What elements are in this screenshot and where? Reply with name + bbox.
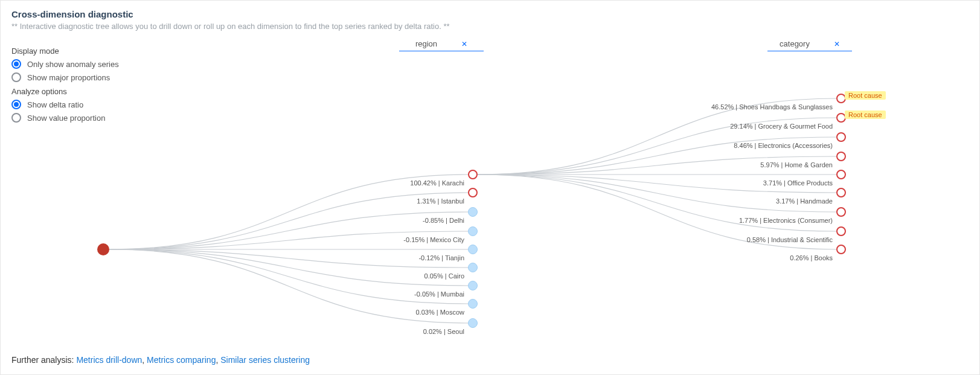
- tree-category-node[interactable]: [836, 152, 846, 161]
- tree-category-node[interactable]: [836, 132, 846, 142]
- tree-region-node[interactable]: [468, 170, 478, 179]
- display-mode-option[interactable]: Show major proportions: [11, 72, 168, 82]
- display-mode-option[interactable]: Only show anomaly series: [11, 59, 168, 69]
- radio-icon[interactable]: [11, 113, 21, 123]
- tree-node-label: 1.31% | Istanbul: [417, 197, 464, 205]
- tree-category-node[interactable]: [836, 245, 846, 254]
- dimension-name: region: [415, 39, 437, 48]
- further-analysis-link[interactable]: Metrics drill-down: [76, 355, 142, 365]
- tree-region-node[interactable]: [468, 263, 478, 272]
- tree-category-node[interactable]: [836, 188, 846, 197]
- display-mode-label: Display mode: [11, 46, 168, 56]
- radio-icon[interactable]: [11, 100, 21, 109]
- tree-region-node[interactable]: [468, 245, 478, 254]
- radio-icon[interactable]: [11, 59, 21, 69]
- tree-root-node[interactable]: [97, 243, 109, 255]
- tree-node-label: -0.05% | Mumbai: [414, 290, 464, 298]
- close-icon[interactable]: ✕: [834, 40, 840, 48]
- analyze-options-option[interactable]: Show value proportion: [11, 113, 168, 123]
- tree-node-label: 3.17% | Handmade: [776, 197, 833, 205]
- tree-node-label: 0.58% | Industrial & Scientific: [747, 236, 833, 243]
- tree-node-label: 1.77% | Electronics (Consumer): [739, 217, 833, 224]
- close-icon[interactable]: ✕: [461, 40, 467, 48]
- tree-node-label: -0.15% | Mexico City: [403, 236, 464, 243]
- radio-label: Only show anomaly series: [27, 60, 119, 69]
- tree-node-label: 0.26% | Books: [790, 254, 833, 261]
- root-cause-badge: Root cause: [845, 111, 886, 119]
- tree-node-label: 46.52% | Shoes Handbags & Sunglasses: [711, 103, 833, 111]
- tree-node-label: 0.02% | Seoul: [423, 328, 464, 335]
- further-analysis-link[interactable]: Similar series clustering: [220, 355, 310, 365]
- tree-node-label: 0.05% | Cairo: [424, 272, 464, 280]
- tree-category-node[interactable]: [836, 170, 846, 179]
- tree-region-node[interactable]: [468, 226, 478, 236]
- tree-category-node[interactable]: [836, 226, 846, 236]
- radio-label: Show major proportions: [27, 73, 110, 82]
- controls-block: Display mode Only show anomaly seriesSho…: [11, 42, 168, 126]
- tree-node-label: 0.03% | Moscow: [415, 309, 464, 316]
- tree-node-label: 5.97% | Home & Garden: [760, 161, 833, 168]
- further-analysis-link[interactable]: Metrics comparing: [147, 355, 216, 365]
- dimension-header-region[interactable]: region ✕: [399, 37, 484, 51]
- further-analysis: Further analysis: Metrics drill-down, Me…: [11, 355, 310, 365]
- tree-region-node[interactable]: [468, 281, 478, 290]
- tree-node-label: 100.42% | Karachi: [410, 179, 464, 187]
- tree-node-label: 8.46% | Electronics (Accessories): [734, 142, 833, 149]
- tree-category-node[interactable]: [836, 207, 846, 217]
- tree-node-label: 29.14% | Grocery & Gourmet Food: [730, 123, 833, 130]
- tree-region-node[interactable]: [468, 188, 478, 197]
- radio-label: Show value proportion: [27, 114, 105, 123]
- tree-region-node[interactable]: [468, 299, 478, 309]
- tree-node-label: 3.71% | Office Products: [763, 179, 833, 187]
- further-analysis-prefix: Further analysis:: [11, 355, 76, 365]
- analyze-options-option[interactable]: Show delta ratio: [11, 100, 168, 109]
- panel-subtitle: ** Interactive diagnostic tree allows yo…: [11, 22, 969, 31]
- root-cause-badge: Root cause: [845, 91, 886, 100]
- dimension-header-category[interactable]: category ✕: [767, 37, 852, 51]
- diagnostic-panel: Cross-dimension diagnostic ** Interactiv…: [0, 0, 980, 375]
- tree-region-node[interactable]: [468, 318, 478, 328]
- radio-label: Show delta ratio: [27, 100, 83, 109]
- radio-icon[interactable]: [11, 72, 21, 82]
- tree-node-label: -0.12% | Tianjin: [418, 254, 464, 261]
- panel-title: Cross-dimension diagnostic: [11, 9, 969, 19]
- dimension-name: category: [780, 39, 810, 48]
- tree-region-node[interactable]: [468, 207, 478, 217]
- analyze-options-label: Analyze options: [11, 87, 168, 96]
- tree-node-label: -0.85% | Delhi: [423, 217, 464, 224]
